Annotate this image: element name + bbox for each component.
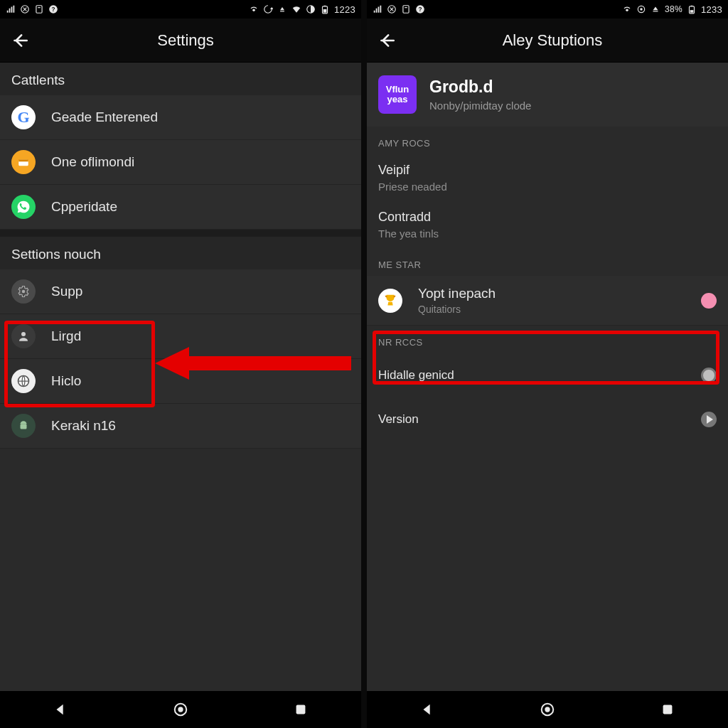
badge-icon	[34, 4, 44, 14]
status-bar: ? 1223	[0, 0, 361, 18]
nav-recent[interactable]	[288, 697, 314, 722]
person-icon	[11, 324, 36, 348]
signal-icon	[6, 4, 16, 14]
phone-left: ? 1223 Settings Cattlents G Geade En	[0, 0, 361, 728]
battery-icon	[320, 4, 330, 14]
nav-back[interactable]	[414, 697, 440, 722]
app-subtitle: Nonby/pimidtay clode	[429, 100, 531, 112]
section-nrrccs: NR RCCS	[367, 326, 728, 353]
svg-point-12	[22, 290, 26, 294]
row-label: Cpperidate	[51, 199, 117, 215]
nfc-icon	[20, 4, 30, 14]
nfc-icon	[387, 4, 397, 14]
svg-rect-32	[691, 6, 692, 6]
svg-point-27	[626, 9, 628, 11]
status-left: ?	[373, 4, 425, 14]
row-label: One oflimondi	[51, 154, 134, 170]
app-detail-content: Vflun yeas Grodb.d Nonby/pimidtay clode …	[367, 63, 728, 691]
row-title: Version	[378, 412, 419, 427]
settings-content: Cattlents G Geade Enterened One oflimond…	[0, 63, 361, 691]
play-indicator[interactable]	[701, 412, 717, 427]
detail-item-yopt[interactable]: Yopt inepach Quitatiors	[367, 276, 728, 326]
svg-point-35	[545, 707, 550, 712]
detail-item-contradd[interactable]: Contradd The yea tinls	[367, 201, 728, 248]
page-title: Aley Stuptions	[387, 31, 718, 50]
svg-rect-33	[690, 10, 694, 13]
status-left: ?	[6, 4, 58, 14]
row-label: Lirgd	[51, 328, 81, 344]
page-title: Settings	[20, 31, 351, 50]
nav-back[interactable]	[48, 697, 73, 722]
section-accounts: Cattlents	[0, 63, 361, 95]
app-icon: Vflun yeas	[378, 75, 417, 114]
nav-home[interactable]	[168, 697, 193, 722]
row-label: Supp	[51, 284, 82, 299]
svg-rect-30	[653, 11, 658, 11]
svg-point-5	[252, 9, 255, 11]
sync-icon	[263, 4, 273, 14]
detail-item-veipif[interactable]: Veipif Priese neaded	[367, 154, 728, 201]
toggle-indicator[interactable]	[701, 293, 717, 309]
settings-item-keraki[interactable]: Keraki n16	[0, 404, 361, 449]
data-icon	[277, 4, 287, 14]
row-title: Yopt inepach	[418, 286, 496, 301]
sync-icon	[636, 4, 646, 14]
settings-item-wallet[interactable]: One oflimondi	[0, 140, 361, 185]
svg-rect-8	[324, 6, 326, 6]
settings-item-hiclo[interactable]: Hiclo	[0, 359, 361, 404]
status-time: 1233	[701, 4, 722, 15]
settings-item-whatsapp[interactable]: Cpperidate	[0, 185, 361, 230]
svg-text:?: ?	[418, 6, 422, 13]
globe-icon	[11, 369, 36, 393]
data-icon	[651, 4, 660, 14]
section-amyrocs: AMY ROCS	[367, 127, 728, 154]
settings-item-supp[interactable]: Supp	[0, 269, 361, 314]
badge-icon	[401, 4, 411, 14]
app-bar: Settings	[0, 18, 361, 63]
battery-icon	[687, 4, 697, 14]
wallet-icon	[11, 150, 36, 174]
whatsapp-icon	[11, 195, 36, 219]
row-label: Hiclo	[51, 373, 81, 389]
half-icon	[306, 4, 316, 14]
svg-rect-24	[405, 7, 407, 8]
svg-rect-36	[663, 705, 673, 714]
hotspot-icon	[249, 4, 259, 14]
android-nav-bar	[0, 691, 361, 728]
android-nav-bar	[367, 691, 728, 728]
svg-point-20	[178, 707, 183, 712]
android-icon	[11, 414, 36, 438]
trophy-icon	[378, 289, 402, 313]
badge-line1: Vflun	[386, 85, 410, 95]
wifi-icon	[291, 4, 301, 14]
section-mestar: ME STAR	[367, 248, 728, 276]
gear-icon	[11, 279, 36, 304]
svg-rect-9	[323, 9, 327, 13]
svg-point-13	[21, 332, 26, 336]
svg-rect-11	[18, 159, 28, 161]
svg-rect-1	[36, 6, 42, 14]
nav-home[interactable]	[535, 697, 560, 722]
two-phone-comparison: ? 1223 Settings Cattlents G Geade En	[0, 0, 728, 728]
detail-item-hidalle[interactable]: Hidalle genicd	[367, 353, 728, 397]
svg-point-29	[640, 8, 643, 11]
section-divider	[0, 230, 361, 237]
detail-item-version[interactable]: Version	[367, 397, 728, 441]
row-sub: Priese neaded	[378, 181, 717, 193]
radio-indicator[interactable]	[701, 368, 717, 383]
phone-right: ? 38% 1233 Aley Stuptions Vflun yeas	[367, 0, 728, 728]
svg-rect-23	[403, 6, 409, 14]
settings-item-lirgd[interactable]: Lirgd	[0, 314, 361, 359]
app-bar: Aley Stuptions	[367, 18, 728, 63]
row-title: Hidalle genicd	[378, 368, 454, 382]
settings-item-google[interactable]: G Geade Enterened	[0, 95, 361, 140]
svg-rect-15	[21, 424, 27, 429]
svg-rect-21	[296, 705, 306, 714]
row-sub: The yea tinls	[378, 228, 717, 240]
row-label: Geade Enterened	[51, 109, 158, 125]
svg-text:?: ?	[51, 6, 55, 13]
nav-recent[interactable]	[655, 697, 680, 722]
status-right: 38% 1233	[622, 4, 722, 15]
row-sub: Quitatiors	[418, 304, 496, 315]
row-title: Veipif	[378, 163, 717, 178]
